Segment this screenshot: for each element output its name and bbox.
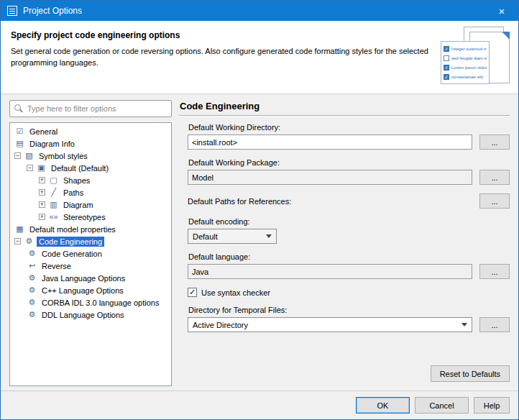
filter-options-input[interactable] [9,100,172,117]
collapse-toggle[interactable]: − [14,238,21,245]
temporal-files-select[interactable]: Active Directory [188,317,472,332]
tree-item-general[interactable]: ☑ General [10,125,171,137]
checked-checkbox-icon: ✓ [444,46,449,52]
working-package-label: Default Working Package: [188,158,510,167]
tree-item-label: Diagram [61,200,96,210]
checked-checkbox-icon: ✓ [444,65,449,70]
tree-item-diagram-info[interactable]: ▤ Diagram Info [10,137,171,150]
header: Specify project code engineering options… [1,21,518,94]
tree-item-label: Java Language Options [40,273,127,283]
symbol-styles-icon: ▧ [24,152,35,160]
default-encoding-select[interactable]: Default [188,229,277,244]
tree-item-label: Code Generation [40,249,104,259]
tree-item-java-language-options[interactable]: ⚙ Java Language Options [10,272,171,284]
tree-item-shapes[interactable]: + ▢ Shapes [10,174,171,186]
default-language-input[interactable] [188,264,472,279]
tree-item-label: Diagram Info [27,139,77,149]
tree-item-label: Symbol styles [37,151,90,161]
working-directory-label: Default Working Directory: [188,123,510,132]
checked-checkbox-icon: ✓ [444,74,449,80]
working-directory-input[interactable] [188,134,472,150]
selected-encoding-value: Default [193,232,218,241]
expand-toggle[interactable]: + [39,201,45,208]
window-title: Project Options [23,6,82,16]
dropdown-arrow-icon [461,323,467,327]
tree-item-label: Shapes [61,175,92,186]
unchecked-checkbox-icon [444,55,449,61]
tree-item-reverse[interactable]: ↩ Reverse [10,260,171,272]
collapse-toggle[interactable]: − [14,152,21,159]
tree-item-symbol-styles[interactable]: − ▧ Symbol styles [10,150,171,162]
language-options-icon: ⚙ [27,298,37,306]
help-button[interactable]: Help [474,397,510,414]
tree-item-diagram[interactable]: + ▥ Diagram [10,198,171,211]
search-icon [14,104,23,113]
page-fold-icon [502,32,510,40]
diagram-info-icon: ▤ [14,140,25,147]
ok-button[interactable]: OK [356,397,410,414]
doc-item-label: sed feugiat diam et. [451,56,487,60]
expand-toggle[interactable]: + [39,177,45,183]
collapse-toggle[interactable]: − [27,165,33,171]
project-options-icon [7,6,17,16]
tree-item-label: Default (Default) [49,163,111,173]
tree-item-label: Default model properties [27,224,118,234]
tree-item-label: Paths [61,188,86,198]
selected-temporal-directory-value: Active Directory [193,321,248,329]
browse-working-directory-button[interactable]: ... [479,134,510,150]
tree-item-ddl-language-options[interactable]: ⚙ DDL Language Options [10,309,171,321]
panel-title: Code Engineering [180,101,510,111]
expand-toggle[interactable]: + [39,189,45,196]
checklist-icon: ☑ [14,127,25,135]
main-content: ☑ General ▤ Diagram Info − ▧ Symbol styl… [1,94,518,391]
doc-check-item: ✓ consectetuer elit. [444,74,487,80]
close-button[interactable]: × [485,1,518,21]
tree-item-label: Stereotypes [61,212,108,222]
paths-for-references-label: Default Paths for References: [188,197,291,206]
cancel-button[interactable]: Cancel [415,397,469,414]
tree-item-code-engineering[interactable]: − ⚙ Code Engineering [10,235,171,247]
close-icon: × [499,5,505,17]
code-generation-icon: ⚙ [27,250,37,257]
check-icon: ✓ [189,288,196,297]
use-syntax-checker-label: Use syntax checker [201,288,270,297]
header-description: Set general code generation or code reve… [11,46,433,69]
decorative-document-graphic: ✓ Integer euismod mollis sed feugiat dia… [441,27,510,87]
doc-check-item: ✓ Lorem ipsum dolor [444,65,487,70]
use-syntax-checker-checkbox[interactable]: ✓ [188,288,197,297]
expand-toggle[interactable]: + [39,214,45,220]
header-title: Specify project code engineering options [11,30,508,40]
tree-item-default-model-properties[interactable]: ▦ Default model properties [10,223,171,235]
panel-separator [179,115,510,117]
checklist-card: ✓ Integer euismod mollis sed feugiat dia… [441,41,490,84]
tree-item-code-generation[interactable]: ⚙ Code Generation [10,247,171,260]
code-engineering-icon: ⚙ [24,237,35,245]
browse-references-button[interactable]: ... [479,193,510,209]
browse-temporal-files-button[interactable]: ... [479,317,510,332]
reset-to-defaults-button[interactable]: Reset to Defaults [431,365,510,382]
reverse-icon: ↩ [27,262,37,270]
browse-language-button[interactable]: ... [479,264,510,279]
doc-check-item: ✓ Integer euismod mollis [444,46,487,52]
browse-working-package-button[interactable]: ... [479,170,510,185]
default-language-label: Default language: [188,252,510,261]
tree-item-default-default[interactable]: − ▣ Default (Default) [10,162,171,174]
dialog-footer: OK Cancel Help [1,391,518,419]
filter-box [9,100,172,117]
default-style-icon: ▣ [36,164,47,172]
options-tree-column: ☑ General ▤ Diagram Info − ▧ Symbol styl… [9,100,172,386]
doc-item-label: Integer euismod mollis [451,47,487,51]
working-package-input[interactable] [188,170,472,185]
tree-item-label: C++ Language Options [40,286,126,296]
code-engineering-form: Default Working Directory: ... Default W… [179,123,510,386]
tree-item-cpp-language-options[interactable]: ⚙ C++ Language Options [10,284,171,296]
diagram-icon: ▥ [48,201,59,209]
tree-item-label: General [27,127,60,137]
tree-item-stereotypes[interactable]: + «» Stereotypes [10,211,171,223]
language-options-icon: ⚙ [27,286,37,294]
stereotypes-icon: «» [48,213,59,221]
doc-check-item: sed feugiat diam et. [444,55,487,61]
tree-item-paths[interactable]: + ╱ Paths [10,186,171,198]
model-properties-icon: ▦ [14,225,25,233]
tree-item-corba-idl-language-options[interactable]: ⚙ CORBA IDL 3.0 language options [10,296,171,309]
